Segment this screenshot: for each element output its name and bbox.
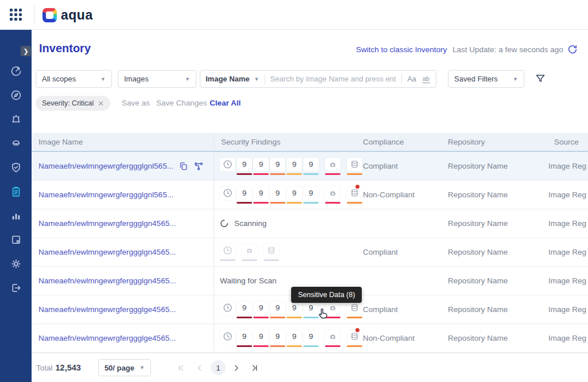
sidebar-item-images[interactable] xyxy=(10,234,22,245)
table-row[interactable]: Nameaefn/ewlmngewrgferggglgn4565...Scann… xyxy=(32,209,588,238)
save-changes-button[interactable]: Save Changes xyxy=(156,99,207,107)
security-findings-cell: 99999 xyxy=(220,324,362,352)
severity-count-negligible[interactable]: 9 xyxy=(303,158,319,175)
column-header-repository[interactable]: Repository xyxy=(448,138,485,146)
copy-icon[interactable] xyxy=(179,161,188,171)
current-page-button[interactable]: 1 xyxy=(211,360,226,375)
image-name-cell: Nameaefn/ewlmngewrgferggglge4565... xyxy=(38,324,176,352)
saved-filters-dropdown[interactable]: Saved Filters ▼ xyxy=(448,70,524,88)
table-footer: Total12,543 50/ page ▼ 1 xyxy=(32,353,588,382)
image-name-link[interactable]: Nameaefn/ewlmngewrgferggglgn4565... xyxy=(38,219,176,228)
app-grid-icon[interactable] xyxy=(10,9,22,21)
sidebar-item-policies[interactable] xyxy=(10,162,22,173)
severity-count-low[interactable]: 9 xyxy=(287,186,302,204)
whole-word-icon[interactable]: ab xyxy=(422,75,430,83)
image-name-link[interactable]: Nameaefn/ewlmngewrgferggglgn4565... xyxy=(38,248,176,256)
sensitive-data-icon[interactable] xyxy=(347,186,362,204)
sensitive-data-icon[interactable] xyxy=(347,330,362,347)
severity-count-medium[interactable]: 9 xyxy=(270,186,285,204)
severity-count-low[interactable]: 9 xyxy=(287,301,302,318)
severity-count-negligible[interactable]: 9 xyxy=(303,330,319,347)
sensitive-data-icon[interactable] xyxy=(347,158,362,175)
table-row[interactable]: Nameaefn/ewlmngewrgferggglgn4565...Compl… xyxy=(32,238,588,267)
last-page-button[interactable] xyxy=(247,360,262,375)
refresh-icon[interactable] xyxy=(567,44,578,54)
sidebar-item-workloads[interactable] xyxy=(10,138,22,149)
prev-page-button[interactable] xyxy=(192,360,207,375)
column-header-compliance[interactable]: Compliance xyxy=(363,138,404,146)
sidebar-item-explore[interactable] xyxy=(10,89,22,101)
sidebar-item-settings[interactable] xyxy=(10,258,22,270)
clock-icon[interactable] xyxy=(220,158,235,175)
saved-filters-value: Saved Filters xyxy=(454,75,498,83)
severity-count-critical[interactable]: 9 xyxy=(237,301,252,318)
image-name-link[interactable]: Nameaefn/ewlmngewrgferggglgnl565... xyxy=(38,190,173,199)
sidebar-item-reports[interactable] xyxy=(10,210,22,221)
column-header-image-name[interactable]: Image Name xyxy=(38,138,83,146)
severity-count-medium[interactable]: 9 xyxy=(270,158,285,175)
table-row[interactable]: Nameaefn/ewlmngewrgferggglge4565...99999… xyxy=(32,324,588,353)
severity-count-high[interactable]: 9 xyxy=(253,186,269,204)
severity-count-high[interactable]: 9 xyxy=(253,301,269,318)
image-name-link[interactable]: Nameaefn/ewlmngewrgferggglge4565... xyxy=(38,334,176,342)
compliance-cell: Compliant xyxy=(363,238,398,266)
severity-count-high[interactable]: 9 xyxy=(253,158,269,175)
type-dropdown[interactable]: Images ▼ xyxy=(118,70,196,88)
inventory-page: aqua ❯ Inventory Switch to classic Inven… xyxy=(0,0,588,382)
compass-icon xyxy=(10,89,22,101)
severity-count-high[interactable]: 9 xyxy=(253,330,269,347)
severity-count-medium[interactable]: 9 xyxy=(270,330,285,347)
column-header-security-findings[interactable]: Security Findings xyxy=(221,138,281,146)
source-cell: Image Reg xyxy=(548,181,588,209)
clock-icon[interactable] xyxy=(220,186,235,204)
malware-icon[interactable] xyxy=(325,186,341,204)
compliance-text: Non-Compliant xyxy=(363,334,415,342)
clock-icon[interactable] xyxy=(220,244,235,261)
severity-count-critical[interactable]: 9 xyxy=(237,186,252,204)
sidebar-item-inventory[interactable] xyxy=(10,186,22,197)
table-row[interactable]: Nameaefn/ewlmngewrgferggglgnl565...99999… xyxy=(32,181,588,209)
hierarchy-icon[interactable] xyxy=(194,161,203,171)
sensitive-data-icon[interactable] xyxy=(264,244,279,261)
sidebar-collapse-button[interactable]: ❯ xyxy=(21,46,31,56)
severity-count-low[interactable]: 9 xyxy=(287,330,302,347)
compliance-text: Compliant xyxy=(363,305,398,314)
severity-count-negligible[interactable]: 9 xyxy=(303,301,319,318)
malware-icon[interactable] xyxy=(325,158,341,175)
next-page-button[interactable] xyxy=(229,360,244,375)
filter-chip-severity[interactable]: Severity: Critical ✕ xyxy=(36,96,110,111)
first-page-button[interactable] xyxy=(174,360,189,375)
clock-icon[interactable] xyxy=(220,330,235,347)
save-as-button[interactable]: Save as xyxy=(122,99,150,107)
page-size-dropdown[interactable]: 50/ page ▼ xyxy=(98,359,151,376)
image-name-link[interactable]: Nameaefn/ewlmngewrgferggglgnl565... xyxy=(38,162,173,170)
image-name-link[interactable]: Nameaefn/ewlmngewrgferggglgn4565... xyxy=(38,276,176,285)
severity-count-low[interactable]: 9 xyxy=(287,158,302,175)
match-case-icon[interactable]: Aa xyxy=(407,75,416,83)
severity-count-medium[interactable]: 9 xyxy=(270,301,285,318)
sensitive-data-icon[interactable] xyxy=(347,301,362,318)
severity-count-negligible[interactable]: 9 xyxy=(303,186,319,204)
clear-all-button[interactable]: Clear All xyxy=(210,99,241,107)
sidebar-item-logout[interactable] xyxy=(10,282,22,294)
search-input[interactable] xyxy=(265,75,402,83)
image-name-link[interactable]: Nameaefn/ewlmngewrgferggglge4565... xyxy=(38,305,176,314)
column-header-source[interactable]: Source xyxy=(554,138,579,146)
sidebar-item-incidents[interactable] xyxy=(10,114,22,125)
sidebar-item-dashboard[interactable] xyxy=(10,65,22,77)
switch-classic-link[interactable]: Switch to classic Inventory xyxy=(356,45,447,54)
clock-icon[interactable] xyxy=(220,301,235,318)
filter-funnel-icon[interactable] xyxy=(535,73,546,84)
severity-count-critical[interactable]: 9 xyxy=(237,330,252,347)
repository-cell: Repository Name xyxy=(448,209,508,237)
search-field-dropdown[interactable]: Image Name ▼ xyxy=(200,75,265,83)
scope-dropdown[interactable]: All scopes ▼ xyxy=(36,70,112,88)
aqua-logo: aqua xyxy=(42,7,93,23)
source-cell: Image Reg xyxy=(548,209,588,237)
table-row[interactable]: Nameaefn/ewlmngewrgferggglgnl565...99999… xyxy=(32,152,588,181)
severity-count-critical[interactable]: 9 xyxy=(237,158,252,175)
malware-icon[interactable] xyxy=(242,244,257,261)
security-findings-cell: Waiting for Scan xyxy=(220,267,277,295)
close-icon[interactable]: ✕ xyxy=(98,99,104,108)
malware-icon[interactable] xyxy=(325,330,341,347)
